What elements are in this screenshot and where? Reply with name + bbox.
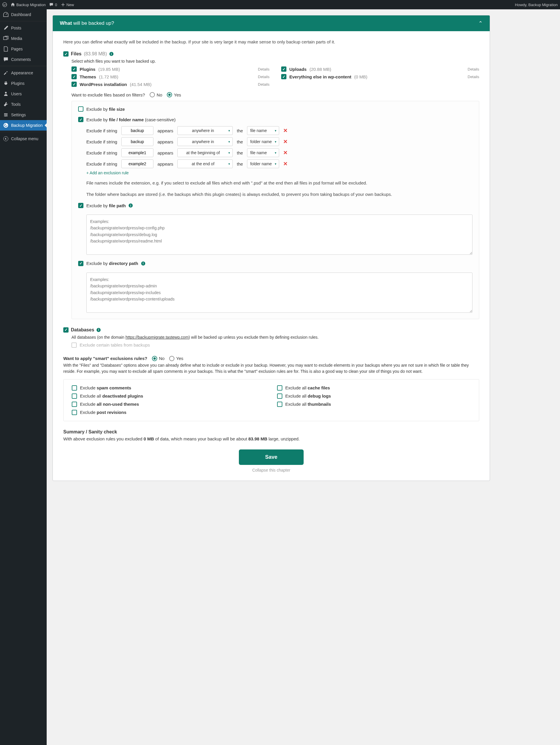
- smart-explain: With the "Files" and "Databases" options…: [63, 362, 479, 375]
- smart-cache-checkbox[interactable]: [277, 385, 282, 391]
- info-icon[interactable]: i: [97, 328, 101, 332]
- rule-value-input[interactable]: [121, 148, 153, 157]
- files-checkbox[interactable]: [63, 51, 68, 57]
- rule-position-select[interactable]: at the beginning of: [177, 148, 233, 157]
- sidebar-collapse[interactable]: Collapse menu: [0, 133, 46, 144]
- smart-themes-checkbox[interactable]: [72, 402, 77, 407]
- info-icon[interactable]: i: [129, 203, 133, 207]
- sidebar-item-users[interactable]: Users: [0, 89, 46, 99]
- databases-section: Databases i: [63, 327, 479, 332]
- sidebar-item-pages[interactable]: Pages: [0, 44, 46, 54]
- exclude-filepath-checkbox[interactable]: [78, 203, 84, 208]
- smart-grid: Exclude spam comments Exclude all cache …: [63, 379, 479, 421]
- main-content: What will be backed up? ⌃ Here you can d…: [46, 9, 560, 487]
- domain-link[interactable]: https://backupmigrate.tastewp.com: [125, 335, 188, 339]
- howdy-link[interactable]: Howdy, Backup Migration: [515, 3, 558, 7]
- everything-checkbox[interactable]: [281, 74, 286, 79]
- comments-count: 0: [55, 3, 57, 7]
- plugins-checkbox[interactable]: [71, 66, 77, 72]
- note-2: The folder where backups are stored (i.e…: [86, 191, 472, 198]
- dirpath-textarea[interactable]: [86, 272, 472, 313]
- exclude-name-checkbox[interactable]: [78, 117, 84, 122]
- chevron-up-icon[interactable]: ⌃: [478, 20, 483, 27]
- rule-target-select[interactable]: file name: [247, 148, 279, 157]
- smart-yes-radio[interactable]: Yes: [169, 356, 183, 361]
- remove-rule-icon[interactable]: ✕: [283, 150, 288, 156]
- panel-header[interactable]: What will be backed up? ⌃: [53, 15, 490, 31]
- databases-helper: All databases (on the domain https://bac…: [71, 335, 479, 339]
- rule-position-select[interactable]: anywhere in: [177, 126, 233, 135]
- smart-question: Want to apply "smart" exclusions rules?: [63, 356, 147, 361]
- themes-checkbox[interactable]: [71, 74, 77, 79]
- sidebar-item-media[interactable]: Media: [0, 33, 46, 44]
- remove-rule-icon[interactable]: ✕: [283, 138, 288, 145]
- wpinstall-details[interactable]: Details: [258, 82, 270, 87]
- smart-deact-checkbox[interactable]: [72, 393, 77, 399]
- rule-value-input[interactable]: [121, 159, 153, 168]
- site-name-link[interactable]: Backup Migration: [10, 2, 45, 7]
- svg-point-1: [5, 92, 7, 94]
- exclusion-rule: Exclude if string appears at the beginni…: [86, 148, 472, 157]
- themes-details[interactable]: Details: [258, 75, 270, 79]
- files-section: Files (83.98 MB) i: [63, 51, 479, 57]
- svg-point-4: [5, 116, 6, 117]
- rule-value-input[interactable]: [121, 137, 153, 146]
- exclude-tables-checkbox[interactable]: [71, 343, 77, 348]
- info-icon[interactable]: i: [110, 52, 114, 56]
- save-button[interactable]: Save: [239, 449, 304, 465]
- svg-point-2: [5, 114, 5, 114]
- collapse-chapter-link[interactable]: Collapse this chapter: [63, 468, 479, 473]
- rule-position-select[interactable]: anywhere in: [177, 137, 233, 146]
- filter-block: Exclude by file size Exclude by file / f…: [71, 101, 479, 319]
- comments-link[interactable]: 0: [49, 2, 57, 7]
- summary-section: Summary / Sanity check With above exclus…: [63, 429, 479, 441]
- sidebar-item-tools[interactable]: Tools: [0, 99, 46, 109]
- wpinstall-checkbox[interactable]: [71, 82, 77, 87]
- smart-no-radio[interactable]: No: [152, 356, 164, 361]
- new-label: New: [66, 3, 74, 7]
- add-rule-link[interactable]: + Add an exclusion rule: [86, 170, 129, 175]
- sidebar-item-backup-migration[interactable]: Backup Migration: [0, 120, 46, 131]
- info-icon[interactable]: i: [141, 261, 145, 265]
- sidebar-item-dashboard[interactable]: Dashboard: [0, 9, 46, 20]
- remove-rule-icon[interactable]: ✕: [283, 127, 288, 134]
- exclude-dirpath-checkbox[interactable]: [78, 261, 84, 266]
- svg-point-3: [6, 115, 7, 116]
- sidebar-item-appearance[interactable]: Appearance: [0, 68, 46, 78]
- new-link[interactable]: New: [61, 2, 74, 7]
- plugins-details[interactable]: Details: [258, 67, 270, 71]
- databases-checkbox[interactable]: [63, 327, 68, 332]
- rule-target-select[interactable]: file name: [247, 126, 279, 135]
- backup-settings-panel: What will be backed up? ⌃ Here you can d…: [53, 15, 490, 481]
- admin-sidebar: Dashboard Posts Media Pages Comments App…: [0, 9, 46, 487]
- sidebar-item-settings[interactable]: Settings: [0, 109, 46, 120]
- note-1: File names include the extension, e.g. i…: [86, 180, 472, 187]
- sidebar-item-comments[interactable]: Comments: [0, 54, 46, 65]
- remove-rule-icon[interactable]: ✕: [283, 161, 288, 167]
- svg-point-6: [3, 136, 8, 141]
- exclude-size-checkbox[interactable]: [78, 106, 84, 111]
- site-name: Backup Migration: [16, 3, 45, 7]
- rule-target-select[interactable]: folder name: [247, 159, 279, 168]
- smart-thumb-checkbox[interactable]: [277, 402, 282, 407]
- sidebar-item-plugins[interactable]: Plugins: [0, 78, 46, 89]
- rule-value-input[interactable]: [121, 126, 153, 135]
- exclusion-rule: Exclude if string appears anywhere in th…: [86, 137, 472, 146]
- smart-rev-checkbox[interactable]: [72, 410, 77, 415]
- rule-position-select[interactable]: at the end of: [177, 159, 233, 168]
- intro-text: Here you can define what exactly will be…: [63, 39, 479, 44]
- rule-target-select[interactable]: folder name: [247, 137, 279, 146]
- filepath-textarea[interactable]: [86, 215, 472, 255]
- filter-question: Want to exclude files based on filters?: [71, 92, 145, 97]
- uploads-checkbox[interactable]: [281, 66, 286, 72]
- everything-details[interactable]: Details: [468, 75, 479, 79]
- exclusion-rule: Exclude if string appears anywhere in th…: [86, 126, 472, 135]
- smart-debug-checkbox[interactable]: [277, 393, 282, 399]
- sidebar-item-posts[interactable]: Posts: [0, 23, 46, 33]
- wp-logo[interactable]: [2, 2, 7, 7]
- uploads-details[interactable]: Details: [468, 67, 479, 71]
- filters-no-radio[interactable]: No: [150, 92, 162, 97]
- smart-spam-checkbox[interactable]: [72, 385, 77, 391]
- admin-bar: Backup Migration 0 New Howdy, Backup Mig…: [0, 0, 560, 9]
- filters-yes-radio[interactable]: Yes: [167, 92, 181, 97]
